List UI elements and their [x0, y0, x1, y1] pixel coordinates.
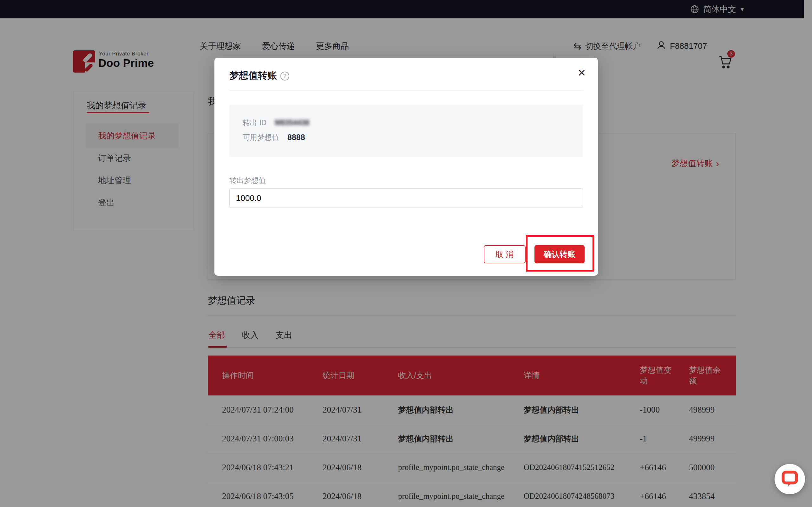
available-value-label: 可用梦想值	[243, 132, 279, 142]
amount-input[interactable]	[229, 188, 583, 208]
confirm-transfer-button[interactable]: 确认转账	[535, 245, 585, 263]
transfer-id-value-masked: M8354438	[275, 118, 309, 127]
close-icon[interactable]: ✕	[575, 66, 589, 80]
available-value: 8888	[287, 133, 305, 142]
transfer-info-panel: 转出 ID M8354438 可用梦想值 8888	[229, 105, 583, 157]
chat-button[interactable]	[774, 464, 805, 494]
transfer-id-label: 转出 ID	[243, 118, 266, 128]
available-value-row: 可用梦想值 8888	[243, 130, 583, 145]
help-icon[interactable]: ?	[281, 72, 289, 80]
transfer-modal: 梦想值转账 ? ✕ 转出 ID M8354438 可用梦想值 8888 转出梦想…	[214, 58, 598, 276]
modal-divider	[229, 90, 583, 91]
transfer-id-row: 转出 ID M8354438	[243, 115, 583, 130]
modal-title: 梦想值转账	[229, 69, 277, 82]
cancel-button[interactable]: 取 消	[484, 245, 525, 263]
chat-bubble-icon	[781, 470, 798, 488]
amount-label: 转出梦想值	[229, 176, 266, 185]
page-root: 简体中文 ▾ Your Private Broker Doo Prime 关于理…	[0, 0, 812, 507]
